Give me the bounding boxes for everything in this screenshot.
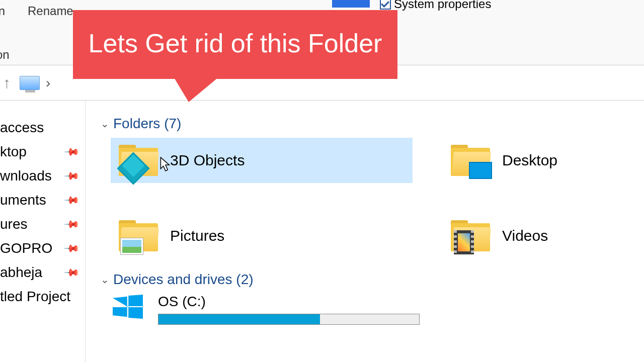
breadcrumb-separator-icon: ›	[46, 75, 50, 91]
group-header-label: Devices and drives (2)	[113, 272, 254, 288]
folder-icon	[119, 145, 158, 176]
windows-logo-icon	[113, 295, 143, 319]
navigation-sidebar: access ktop 📌 wnloads 📌 uments 📌 ures 📌 …	[0, 101, 86, 362]
sidebar-item-gopro[interactable]: GOPRO 📌	[0, 236, 85, 260]
sidebar-item-label: tled Project	[0, 289, 70, 305]
drives-row: OS (C:) DATA (D:)	[101, 294, 644, 326]
sidebar-item-label: GOPRO	[0, 240, 52, 256]
sidebar-item-label: wnloads	[0, 168, 52, 184]
annotation-text: Lets Get rid of this Folder	[89, 29, 382, 58]
pin-icon: 📌	[63, 240, 80, 257]
sidebar-item-untitled-project[interactable]: tled Project	[0, 285, 85, 309]
folder-pictures[interactable]: Pictures	[111, 213, 413, 258]
ribbon-rename-button[interactable]: Rename	[28, 4, 73, 18]
annotation-callout: Lets Get rid of this Folder	[73, 10, 397, 79]
sidebar-item-quick-access[interactable]: access	[0, 116, 85, 140]
pin-icon: 📌	[63, 264, 80, 282]
group-header-label: Folders (7)	[113, 116, 181, 132]
sidebar-item-documents[interactable]: uments 📌	[0, 188, 85, 212]
sidebar-item-label: ktop	[0, 144, 27, 160]
system-properties-label: System properties	[394, 0, 491, 11]
group-header-drives[interactable]: ⌄ Devices and drives (2)	[101, 272, 644, 288]
folder-label: Desktop	[502, 152, 557, 169]
ribbon-section-label: tion	[0, 48, 10, 62]
drive-usage-bar	[158, 314, 420, 325]
folder-3d-objects[interactable]: 3D Objects	[111, 138, 413, 183]
pin-icon: 📌	[63, 216, 80, 233]
folder-icon	[119, 220, 158, 251]
chevron-down-icon: ⌄	[101, 274, 109, 286]
sidebar-item-desktop[interactable]: ktop 📌	[0, 140, 85, 164]
chevron-down-icon: ⌄	[101, 118, 109, 130]
pin-icon: 📌	[63, 143, 80, 161]
sidebar-item-downloads[interactable]: wnloads 📌	[0, 164, 85, 188]
monitor-icon	[469, 162, 492, 179]
sidebar-item-label: access	[0, 120, 44, 136]
drive-label: OS (C:)	[158, 294, 420, 310]
ribbon-open-button[interactable]: pen	[0, 4, 5, 18]
drive-icon	[111, 294, 147, 322]
system-properties-icon	[332, 0, 370, 8]
folder-label: Videos	[502, 227, 548, 244]
sidebar-item-label: ures	[0, 216, 27, 232]
folder-videos[interactable]: Videos	[443, 213, 594, 258]
photo-icon	[121, 238, 143, 254]
pin-icon: 📌	[63, 192, 80, 209]
sidebar-item-label: abheja	[0, 264, 42, 281]
nav-up-icon[interactable]: ↑	[3, 74, 11, 92]
sidebar-item-abheja[interactable]: abheja 📌	[0, 260, 85, 285]
content-pane: ⌄ Folders (7) 3D Objects Desktop	[86, 101, 644, 362]
sidebar-item-label: uments	[0, 192, 46, 208]
folders-grid: 3D Objects Desktop Pictures	[101, 138, 644, 272]
film-icon	[454, 230, 474, 254]
this-pc-icon	[20, 76, 40, 90]
pin-icon: 📌	[63, 167, 80, 185]
folder-icon	[451, 220, 490, 251]
folder-desktop[interactable]: Desktop	[443, 138, 594, 183]
group-header-folders[interactable]: ⌄ Folders (7)	[101, 116, 644, 132]
sidebar-item-pictures[interactable]: ures 📌	[0, 212, 85, 236]
system-properties-item[interactable]: System properties	[380, 0, 491, 11]
checkbox-icon	[380, 0, 391, 10]
folder-label: 3D Objects	[170, 152, 245, 169]
drive-os-c[interactable]: OS (C:)	[111, 294, 420, 326]
main-area: access ktop 📌 wnloads 📌 uments 📌 ures 📌 …	[0, 101, 644, 362]
folder-icon	[451, 145, 490, 176]
folder-label: Pictures	[170, 227, 224, 244]
